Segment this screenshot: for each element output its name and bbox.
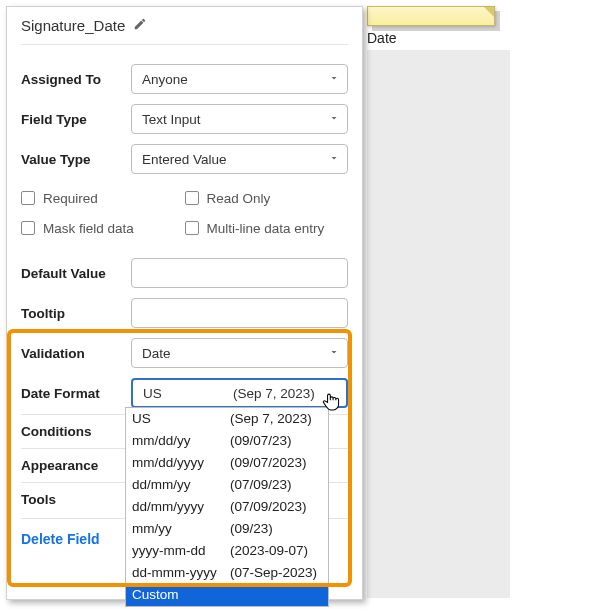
assigned-to-value: Anyone bbox=[142, 72, 188, 87]
default-value-input[interactable] bbox=[131, 258, 348, 288]
multiline-label: Multi-line data entry bbox=[207, 221, 325, 236]
validation-select[interactable]: Date bbox=[131, 338, 348, 368]
tooltip-input[interactable] bbox=[131, 298, 348, 328]
date-format-option[interactable]: US(Sep 7, 2023) bbox=[126, 408, 328, 430]
field-type-select[interactable]: Text Input bbox=[131, 104, 348, 134]
date-format-option-fmt: dd-mmm-yyyy bbox=[132, 564, 230, 582]
date-format-value-ex: (Sep 7, 2023) bbox=[233, 386, 315, 401]
date-format-value-fmt: US bbox=[143, 386, 233, 401]
date-format-option-fmt: mm/dd/yy bbox=[132, 432, 230, 450]
date-format-option[interactable]: mm/yy(09/23) bbox=[126, 518, 328, 540]
assigned-to-select[interactable]: Anyone bbox=[131, 64, 348, 94]
readonly-checkbox[interactable] bbox=[185, 191, 199, 205]
edit-field-name-icon[interactable] bbox=[133, 17, 147, 34]
date-format-option-fmt: dd/mm/yyyy bbox=[132, 498, 230, 516]
date-format-option[interactable]: dd/mm/yyyy(07/09/2023) bbox=[126, 496, 328, 518]
date-format-option-example: (09/07/23) bbox=[230, 432, 292, 450]
date-format-option-fmt: mm/yy bbox=[132, 520, 230, 538]
field-preview-label: Date bbox=[367, 30, 397, 46]
date-format-option-fmt: mm/dd/yyyy bbox=[132, 454, 230, 472]
date-format-option-example: (09/07/2023) bbox=[230, 454, 307, 472]
multiline-checkbox[interactable] bbox=[185, 221, 199, 235]
field-preview-sticky[interactable] bbox=[367, 6, 495, 26]
field-type-value: Text Input bbox=[142, 112, 201, 127]
assigned-to-label: Assigned To bbox=[21, 72, 131, 87]
field-type-label: Field Type bbox=[21, 112, 131, 127]
required-checkbox[interactable] bbox=[21, 191, 35, 205]
default-value-label: Default Value bbox=[21, 266, 131, 281]
mask-checkbox[interactable] bbox=[21, 221, 35, 235]
tooltip-label: Tooltip bbox=[21, 306, 131, 321]
date-format-option-example: (07/09/2023) bbox=[230, 498, 307, 516]
date-format-option-fmt: dd/mm/yy bbox=[132, 476, 230, 494]
date-format-option[interactable]: mm/dd/yyyy(09/07/2023) bbox=[126, 452, 328, 474]
date-format-option-fmt: yyyy-mm-dd bbox=[132, 542, 230, 560]
date-format-label: Date Format bbox=[21, 386, 131, 401]
value-type-select[interactable]: Entered Value bbox=[131, 144, 348, 174]
date-format-option[interactable]: yyyy-mm-dd(2023-09-07) bbox=[126, 540, 328, 562]
value-type-value: Entered Value bbox=[142, 152, 227, 167]
date-format-option-example: (Sep 7, 2023) bbox=[230, 410, 312, 428]
date-format-option-example: (07/09/23) bbox=[230, 476, 292, 494]
validation-value: Date bbox=[142, 346, 171, 361]
required-label: Required bbox=[43, 191, 98, 206]
mask-label: Mask field data bbox=[43, 221, 134, 236]
date-format-option-fmt: US bbox=[132, 410, 230, 428]
readonly-label: Read Only bbox=[207, 191, 271, 206]
date-format-option[interactable]: Custom bbox=[126, 584, 328, 606]
date-format-option[interactable]: dd-mmm-yyyy(07-Sep-2023) bbox=[126, 562, 328, 584]
date-format-option[interactable]: dd/mm/yy(07/09/23) bbox=[126, 474, 328, 496]
date-format-select[interactable]: US (Sep 7, 2023) bbox=[131, 378, 348, 408]
date-format-option-example: (09/23) bbox=[230, 520, 273, 538]
date-format-dropdown: US(Sep 7, 2023)mm/dd/yy(09/07/23)mm/dd/y… bbox=[125, 407, 329, 607]
date-format-option-example: (2023-09-07) bbox=[230, 542, 308, 560]
field-name-title: Signature_Date bbox=[21, 17, 125, 34]
validation-label: Validation bbox=[21, 346, 131, 361]
date-format-option-fmt: Custom bbox=[132, 586, 230, 604]
value-type-label: Value Type bbox=[21, 152, 131, 167]
date-format-option-example: (07-Sep-2023) bbox=[230, 564, 317, 582]
date-format-option[interactable]: mm/dd/yy(09/07/23) bbox=[126, 430, 328, 452]
